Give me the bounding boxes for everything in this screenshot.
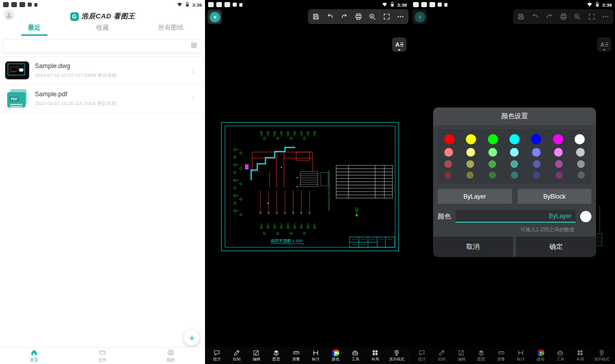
nav-item-home[interactable]: 首页 [0, 348, 68, 364]
color-swatch[interactable] [511, 172, 518, 179]
color-swatch[interactable] [488, 160, 496, 168]
tool-grid-button[interactable]: 布局 [369, 349, 381, 362]
color-swatch[interactable] [444, 134, 455, 144]
tool-toolbox-button[interactable]: 工具 [554, 349, 566, 362]
avatar[interactable] [4, 10, 14, 20]
color-swatch[interactable] [489, 172, 496, 179]
tool-webcam-button[interactable]: 演示模式 [389, 349, 404, 362]
tool-label: 测量 [292, 357, 300, 362]
tab-label: 收藏 [96, 24, 109, 32]
tool-layers-button[interactable]: 图层 [270, 349, 282, 362]
color-swatch[interactable] [531, 134, 541, 144]
color-swatch[interactable] [554, 148, 563, 157]
notification-icon [438, 3, 442, 7]
print-button[interactable] [352, 11, 364, 23]
save-button[interactable] [515, 11, 527, 23]
nav-item-files[interactable]: 文件 [68, 348, 136, 364]
tool-measure-button[interactable]: 测量 [290, 349, 302, 362]
color-swatch[interactable] [466, 172, 474, 179]
color-swatch[interactable] [577, 160, 585, 168]
tool-measure-button[interactable]: 测量 [495, 349, 507, 362]
color-swatch[interactable] [466, 134, 476, 144]
more-button[interactable] [600, 11, 612, 23]
tool-palette-button[interactable]: 颜色 [535, 349, 547, 362]
close-drawing-button[interactable] [208, 10, 222, 24]
zoom-in-button[interactable] [366, 11, 379, 23]
ok-button[interactable]: 确定 [516, 237, 596, 257]
redo-button[interactable] [338, 11, 351, 23]
color-swatch[interactable] [466, 160, 474, 168]
add-file-button[interactable] [184, 330, 199, 346]
tool-webcam-button[interactable]: 演示模式 [594, 349, 609, 362]
tool-toolbox-button[interactable]: 工具 [349, 349, 361, 362]
tool-dimension-button[interactable]: 标注 [310, 349, 322, 362]
color-swatch[interactable] [509, 134, 520, 144]
color-swatch[interactable] [444, 172, 452, 179]
print-button[interactable] [557, 11, 569, 23]
color-swatch[interactable] [444, 160, 452, 168]
color-swatch[interactable] [444, 148, 453, 157]
color-swatch[interactable] [488, 148, 497, 157]
nav-item-mine[interactable]: 我的 [137, 348, 205, 364]
print-icon [355, 13, 362, 20]
cancel-button[interactable]: 取消 [433, 237, 513, 257]
cad-drawing-canvas[interactable]: 底层平面图 1:100 [220, 121, 400, 252]
tool-dimension-button[interactable]: 标注 [515, 349, 527, 362]
file-menu-button[interactable]: ⋮ [186, 66, 200, 75]
color-swatch[interactable] [575, 134, 585, 144]
tab-recent[interactable]: 最近 [0, 24, 68, 36]
undo-button[interactable] [529, 11, 541, 23]
color-swatch[interactable] [555, 160, 563, 168]
fit-screen-button[interactable] [585, 11, 598, 23]
redo-button[interactable] [543, 11, 556, 23]
save-button[interactable] [310, 11, 322, 23]
close-drawing-button[interactable] [413, 10, 427, 24]
tool-palette-button[interactable]: 颜色 [330, 349, 342, 362]
tool-edit-button[interactable]: 编辑 [250, 349, 262, 362]
text-style-button[interactable]: A [392, 37, 406, 52]
color-swatch[interactable] [532, 148, 541, 157]
color-swatch[interactable] [556, 172, 563, 179]
color-swatch[interactable] [510, 148, 519, 157]
more-button[interactable] [395, 11, 407, 23]
file-item-dwg[interactable]: Sample.dwg 2024-07-10 15:33 157.53KB 来自本… [0, 57, 205, 84]
color-swatch[interactable] [488, 134, 498, 144]
text-style-button[interactable]: A [597, 37, 611, 52]
search-bar[interactable] [3, 39, 202, 53]
notification-icon [421, 2, 427, 7]
file-item-pdf[interactable]: PDF Sample.pdf 2023-02-22 15:25 114.71KB… [0, 84, 205, 113]
undo-button[interactable] [324, 11, 336, 23]
tab-favorites[interactable]: 收藏 [68, 24, 136, 36]
color-swatch[interactable] [466, 148, 475, 157]
color-swatch[interactable] [553, 134, 563, 144]
tool-edit-button[interactable]: 编辑 [455, 349, 467, 362]
byblock-button[interactable]: ByBlock [518, 189, 592, 204]
tool-pencil-button[interactable]: 绘制 [231, 349, 243, 362]
grid-view-icon[interactable] [191, 41, 197, 51]
tool-layers-button[interactable]: 图层 [475, 349, 487, 362]
color-swatch[interactable] [578, 172, 585, 179]
file-menu-button[interactable]: ⋮ [186, 94, 200, 103]
battery-icon [184, 2, 190, 8]
style-letter: A [600, 41, 604, 48]
measure-icon [498, 349, 505, 356]
zoom-in-button[interactable] [571, 11, 584, 23]
tool-comment-button[interactable]: 批注 [416, 349, 428, 362]
color-swatch[interactable] [533, 172, 540, 179]
color-swatch[interactable] [576, 148, 585, 157]
tool-grid-button[interactable]: 布局 [574, 349, 586, 362]
color-swatch[interactable] [510, 160, 518, 168]
color-swatch[interactable] [533, 160, 541, 168]
tool-label: 工具 [557, 357, 564, 362]
status-bar-right: 3:36 [410, 0, 615, 9]
tool-comment-button[interactable]: 批注 [211, 349, 223, 362]
clock-time: 3:36 [602, 2, 612, 8]
color-value-input[interactable]: ByLayer [456, 210, 576, 223]
person-icon [167, 349, 175, 356]
tab-all-drawings[interactable]: 所有图纸 [137, 24, 205, 36]
notification-icon [34, 3, 37, 7]
fit-screen-button[interactable] [380, 11, 393, 23]
tool-pencil-button[interactable]: 绘制 [436, 349, 448, 362]
current-color-swatch[interactable] [580, 211, 591, 222]
bylayer-button[interactable]: ByLayer [438, 189, 512, 204]
